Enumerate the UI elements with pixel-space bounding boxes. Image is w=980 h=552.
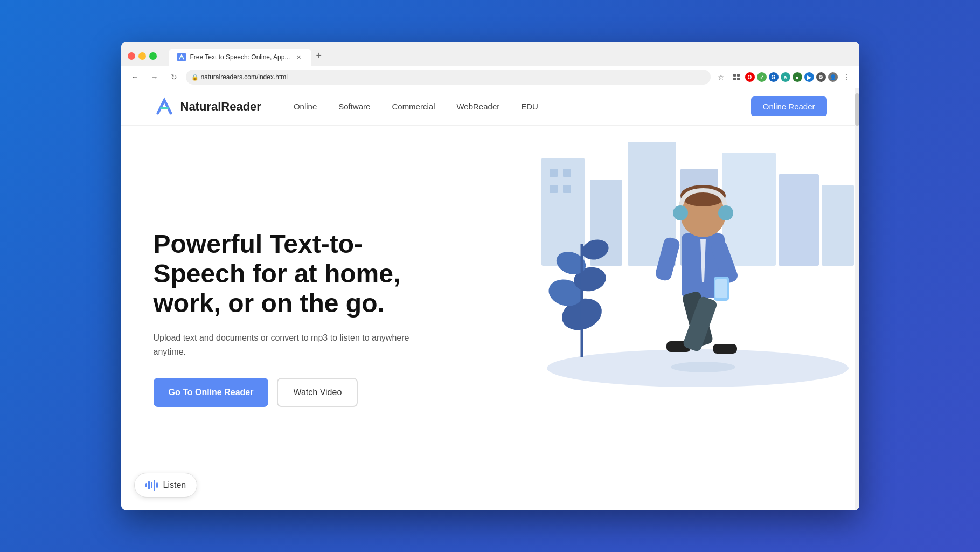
tabs-row: Free Text to Speech: Online, App... ✕ +: [164, 46, 330, 66]
ext-icon-3[interactable]: G: [769, 72, 779, 82]
logo-container[interactable]: NaturalReader: [154, 96, 261, 118]
window-controls: [128, 52, 157, 60]
nav-cta-button[interactable]: Online Reader: [751, 96, 827, 116]
svg-point-28: [718, 205, 733, 220]
active-tab[interactable]: Free Text to Speech: Online, App... ✕: [169, 49, 312, 66]
extensions-icon[interactable]: [730, 71, 743, 84]
svg-rect-11: [550, 169, 558, 177]
tab-title: Free Text to Speech: Online, App...: [190, 53, 290, 61]
nav-link-online[interactable]: Online: [294, 102, 317, 111]
lock-icon: 🔒: [191, 74, 199, 81]
svg-rect-10: [822, 185, 854, 266]
nav-link-edu[interactable]: EDU: [521, 102, 538, 111]
ext-icon-2[interactable]: ✓: [757, 72, 767, 82]
svg-rect-32: [715, 279, 727, 298]
ext-icon-6[interactable]: ▶: [804, 72, 814, 82]
bookmark-icon[interactable]: ☆: [715, 71, 728, 84]
svg-rect-3: [737, 78, 740, 80]
reload-button[interactable]: ↻: [166, 70, 182, 85]
menu-icon[interactable]: ⋮: [840, 71, 853, 84]
svg-rect-9: [779, 174, 819, 266]
listen-label: Listen: [163, 480, 186, 490]
tab-close-button[interactable]: ✕: [294, 53, 303, 61]
forward-button[interactable]: →: [147, 70, 162, 85]
go-to-reader-button[interactable]: Go To Online Reader: [154, 378, 269, 407]
ext-icon-4[interactable]: a: [781, 72, 790, 82]
svg-rect-12: [563, 169, 571, 177]
address-input[interactable]: [186, 70, 711, 85]
hero-illustration: [536, 126, 859, 510]
hero-title: Powerful Text-to-Speech for at home, wor…: [154, 229, 423, 319]
nav-link-webreader[interactable]: WebReader: [456, 102, 499, 111]
hero-buttons: Go To Online Reader Watch Video: [154, 378, 423, 407]
toolbar-icons: ☆ O ✓ G a ● ▶ ⚙ 👤 ⋮: [715, 71, 853, 84]
scrollbar-thumb[interactable]: [855, 93, 859, 126]
listen-widget[interactable]: Listen: [134, 473, 198, 498]
scrollbar-track[interactable]: [855, 88, 859, 510]
svg-rect-36: [713, 344, 737, 354]
hero-section: Powerful Text-to-Speech for at home, wor…: [121, 126, 859, 510]
minimize-window-button[interactable]: [138, 52, 146, 60]
hero-svg: [536, 126, 859, 406]
site-navigation: NaturalReader Online Software Commercial…: [121, 88, 859, 126]
hero-text-block: Powerful Text-to-Speech for at home, wor…: [154, 229, 423, 408]
tab-favicon: [177, 53, 186, 61]
watch-video-button[interactable]: Watch Video: [277, 378, 358, 407]
svg-rect-1: [737, 74, 740, 77]
nav-link-commercial[interactable]: Commercial: [392, 102, 435, 111]
svg-rect-2: [733, 78, 736, 80]
page-content: NaturalReader Online Software Commercial…: [121, 88, 859, 510]
nav-links: Online Software Commercial WebReader EDU: [294, 102, 751, 111]
svg-rect-0: [733, 74, 736, 77]
close-window-button[interactable]: [128, 52, 135, 60]
svg-rect-14: [563, 185, 571, 193]
logo-icon: [154, 96, 175, 118]
listen-icon: [145, 480, 158, 491]
ext-icon-5[interactable]: ●: [793, 72, 802, 82]
ext-icon-7[interactable]: ⚙: [816, 72, 826, 82]
logo-text: NaturalReader: [180, 100, 261, 114]
browser-window: Free Text to Speech: Online, App... ✕ + …: [121, 42, 859, 510]
title-bar: Free Text to Speech: Online, App... ✕ +: [121, 42, 859, 66]
back-button[interactable]: ←: [128, 70, 143, 85]
ext-icon-1[interactable]: O: [745, 72, 755, 82]
svg-rect-13: [550, 185, 558, 193]
ext-icon-profile[interactable]: 👤: [828, 72, 838, 82]
hero-subtitle: Upload text and documents or convert to …: [154, 331, 423, 358]
address-bar-container: 🔒: [186, 70, 711, 85]
nav-link-software[interactable]: Software: [338, 102, 370, 111]
svg-point-22: [671, 362, 735, 372]
address-bar-row: ← → ↻ 🔒 ☆ O ✓: [121, 66, 859, 88]
browser-chrome: Free Text to Speech: Online, App... ✕ + …: [121, 42, 859, 88]
maximize-window-button[interactable]: [149, 52, 157, 60]
svg-point-27: [673, 205, 688, 220]
new-tab-button[interactable]: +: [311, 46, 326, 66]
